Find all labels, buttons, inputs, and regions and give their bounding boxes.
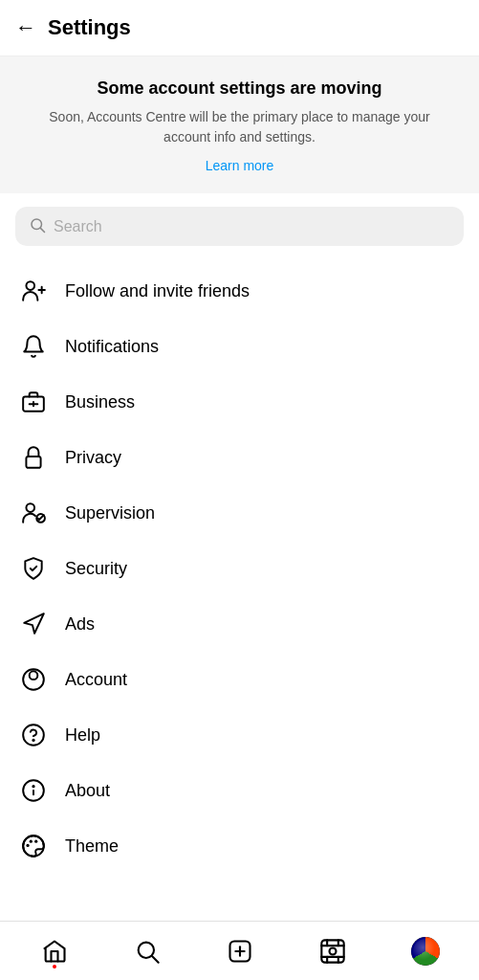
- menu-item-supervision[interactable]: Supervision: [0, 485, 479, 541]
- nav-add-icon: [227, 938, 253, 965]
- menu-label-supervision: Supervision: [65, 503, 155, 523]
- about-icon: [19, 776, 48, 805]
- theme-icon: [19, 832, 48, 860]
- search-section: [0, 193, 479, 259]
- svg-line-1: [40, 229, 44, 233]
- nav-reels-button[interactable]: [309, 927, 357, 975]
- nav-search-icon: [134, 938, 161, 965]
- banner-description: Soon, Accounts Centre will be the primar…: [31, 107, 448, 147]
- svg-rect-27: [321, 940, 343, 962]
- svg-point-28: [329, 947, 336, 954]
- nav-profile-button[interactable]: [402, 927, 449, 975]
- nav-add-button[interactable]: [216, 927, 264, 975]
- svg-point-20: [30, 840, 33, 843]
- bottom-nav: [0, 921, 479, 980]
- menu-item-privacy[interactable]: Privacy: [0, 430, 479, 485]
- menu-label-privacy: Privacy: [65, 448, 121, 468]
- svg-point-13: [23, 725, 44, 746]
- search-input[interactable]: [54, 218, 450, 235]
- search-icon: [29, 216, 46, 236]
- menu-label-about: About: [65, 781, 110, 801]
- svg-point-9: [26, 504, 34, 513]
- banner-title: Some account settings are moving: [31, 78, 448, 100]
- menu-label-ads: Ads: [65, 614, 95, 635]
- security-icon: [19, 554, 48, 583]
- menu-item-business[interactable]: Business: [0, 374, 479, 430]
- menu-label-security: Security: [65, 559, 127, 579]
- back-button[interactable]: ←: [15, 13, 44, 42]
- lock-icon: [19, 443, 48, 472]
- menu-item-follow-invite[interactable]: Follow and invite friends: [0, 263, 479, 319]
- help-icon: [19, 721, 48, 749]
- business-icon: [19, 388, 48, 416]
- menu-label-notifications: Notifications: [65, 337, 159, 357]
- menu-label-account: Account: [65, 670, 127, 690]
- svg-point-11: [30, 672, 38, 680]
- menu-label-follow-invite: Follow and invite friends: [65, 281, 250, 301]
- supervision-icon: [19, 499, 48, 527]
- menu-item-about[interactable]: About: [0, 763, 479, 818]
- menu-label-help: Help: [65, 725, 100, 746]
- menu-item-help[interactable]: Help: [0, 707, 479, 763]
- menu-item-ads[interactable]: Ads: [0, 596, 479, 652]
- menu-item-security[interactable]: Security: [0, 541, 479, 596]
- home-icon: [41, 938, 68, 965]
- learn-more-link[interactable]: Learn more: [206, 158, 274, 173]
- menu-item-notifications[interactable]: Notifications: [0, 319, 479, 374]
- svg-rect-8: [26, 457, 40, 468]
- ads-icon: [19, 610, 48, 638]
- svg-point-2: [26, 282, 34, 291]
- menu-item-theme[interactable]: Theme: [0, 818, 479, 874]
- main-content: Some account settings are moving Soon, A…: [0, 56, 479, 945]
- svg-line-23: [152, 956, 158, 962]
- settings-menu: Follow and invite friends Notifications …: [0, 259, 479, 878]
- menu-label-business: Business: [65, 392, 135, 412]
- profile-avatar: [411, 937, 440, 966]
- settings-banner: Some account settings are moving Soon, A…: [0, 56, 479, 193]
- nav-home-button[interactable]: [31, 927, 78, 975]
- follow-icon: [19, 277, 48, 305]
- search-box[interactable]: [15, 207, 464, 246]
- menu-item-account[interactable]: Account: [0, 652, 479, 707]
- menu-label-theme: Theme: [65, 836, 119, 857]
- header: ← Settings: [0, 0, 479, 56]
- nav-search-button[interactable]: [123, 927, 171, 975]
- bell-icon: [19, 332, 48, 361]
- nav-reels-icon: [319, 938, 346, 965]
- page-title: Settings: [48, 15, 131, 40]
- svg-point-19: [26, 844, 29, 847]
- svg-point-21: [34, 840, 37, 843]
- home-active-dot: [53, 965, 56, 969]
- account-icon: [19, 665, 48, 694]
